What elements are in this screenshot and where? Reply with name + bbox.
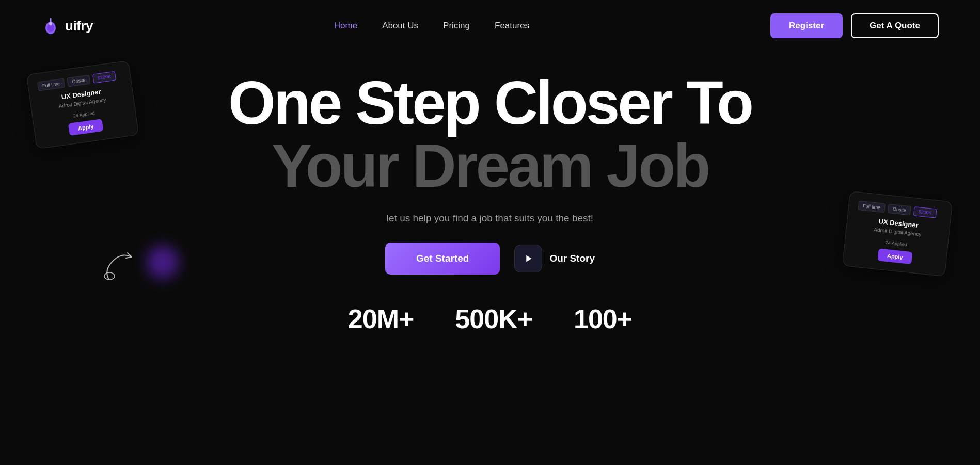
stat-users: 20M+ xyxy=(348,303,414,334)
nav-features[interactable]: Features xyxy=(495,21,529,30)
tag-fulltime-right: Full time xyxy=(858,201,886,213)
cursor-decoration xyxy=(98,248,139,289)
get-quote-button[interactable]: Get A Quote xyxy=(851,13,939,38)
card-apply-btn-left[interactable]: Apply xyxy=(68,119,103,136)
stat-companies: 100+ xyxy=(574,303,632,334)
tag-onsite-left: Onsite xyxy=(67,75,90,87)
play-icon xyxy=(523,253,534,264)
tag-onsite-right: Onsite xyxy=(888,204,911,216)
nav-buttons: Register Get A Quote xyxy=(770,13,939,38)
stat-companies-value: 100+ xyxy=(574,303,632,334)
navbar: uifry Home About Us Pricing Features Reg… xyxy=(0,0,980,52)
logo[interactable]: uifry xyxy=(41,17,93,35)
tag-salary-left: $200K xyxy=(92,71,116,84)
logo-icon xyxy=(41,17,60,35)
card-applied-right: 24 Applied xyxy=(855,236,938,250)
get-started-button[interactable]: Get Started xyxy=(385,243,500,275)
logo-text: uifry xyxy=(65,18,93,34)
hero-title-line2: Your Dream Job xyxy=(41,135,939,196)
hero-section: Full time Onsite $200K UX Designer Adroi… xyxy=(0,52,980,345)
nav-about[interactable]: About Us xyxy=(382,21,418,30)
our-story-group[interactable]: Our Story xyxy=(514,245,595,272)
svg-point-3 xyxy=(104,272,115,280)
nav-home[interactable]: Home xyxy=(334,21,357,30)
tag-fulltime-left: Full time xyxy=(37,78,65,91)
svg-point-2 xyxy=(49,22,52,25)
play-button[interactable] xyxy=(514,245,542,272)
card-apply-btn-right[interactable]: Apply xyxy=(877,248,913,264)
register-button[interactable]: Register xyxy=(770,13,843,38)
blob-decoration xyxy=(145,242,181,283)
hero-title-line1: One Step Closer To xyxy=(41,72,939,133)
stat-users-value: 20M+ xyxy=(348,303,414,334)
nav-links: Home About Us Pricing Features xyxy=(334,21,529,31)
tag-salary-right: $200K xyxy=(913,206,937,218)
our-story-label: Our Story xyxy=(549,253,595,264)
job-card-left: Full time Onsite $200K UX Designer Adroi… xyxy=(26,60,139,149)
stat-jobs-value: 500K+ xyxy=(455,303,532,334)
job-card-right: Full time Onsite $200K UX Designer Adroi… xyxy=(842,191,953,277)
stats-bar: 20M+ 500K+ 100+ xyxy=(41,303,939,345)
hero-subtitle: let us help you find a job that suits yo… xyxy=(41,213,939,224)
nav-pricing[interactable]: Pricing xyxy=(443,21,470,30)
stat-jobs: 500K+ xyxy=(455,303,532,334)
